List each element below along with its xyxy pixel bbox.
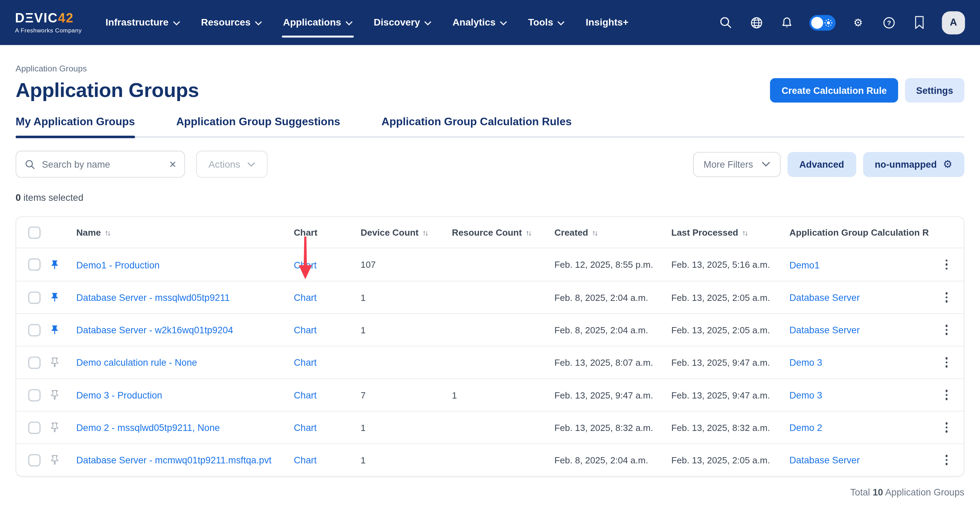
pin-toggle[interactable] [44, 422, 65, 433]
row-menu-button[interactable] [929, 260, 964, 270]
last-processed-date: Feb. 13, 2025, 2:05 a.m. [671, 325, 790, 335]
last-processed-date: Feb. 13, 2025, 9:47 a.m. [671, 357, 790, 368]
sort-icon[interactable]: ↑↓ [592, 228, 597, 237]
row-menu-button[interactable] [929, 357, 964, 368]
group-name-link[interactable]: Database Server - mssqlwd05tp9211 [76, 292, 230, 303]
device-count: 1 [361, 455, 452, 465]
chevron-down-icon [425, 21, 431, 25]
table-row: Demo calculation rule - None Chart Feb. … [16, 346, 964, 378]
row-checkbox[interactable] [28, 421, 41, 434]
group-name-link[interactable]: Demo 3 - Production [76, 390, 162, 400]
row-checkbox[interactable] [28, 356, 41, 368]
group-name-link[interactable]: Database Server - mcmwq01tp9211.msftqa.p… [76, 455, 271, 465]
globe-icon[interactable] [748, 14, 764, 31]
row-checkbox[interactable] [28, 454, 41, 466]
pin-toggle[interactable] [44, 259, 65, 270]
nav-item-tools[interactable]: Tools [528, 0, 564, 45]
chart-link[interactable]: Chart [294, 292, 317, 303]
calculation-rule-link[interactable]: Demo 3 [789, 390, 822, 400]
theme-toggle[interactable] [809, 15, 835, 30]
chart-link[interactable]: Chart [294, 455, 317, 465]
saved-filter-button[interactable]: no-unmapped ⚙ [863, 152, 964, 177]
user-avatar[interactable]: A [942, 11, 965, 34]
calculation-rule-link[interactable]: Database Server [789, 292, 860, 303]
pin-toggle[interactable] [44, 292, 65, 303]
sort-icon[interactable]: ↑↓ [742, 228, 747, 237]
notifications-bell-icon[interactable] [779, 14, 795, 31]
table-row: Demo 3 - Production Chart 7 1 Feb. 13, 2… [16, 379, 964, 411]
row-menu-button[interactable] [929, 390, 964, 400]
pin-outline-icon [49, 390, 60, 400]
chart-link[interactable]: Chart [294, 422, 317, 433]
column-header-last-processed[interactable]: Last Processed ↑↓ [671, 227, 790, 237]
nav-item-analytics[interactable]: Analytics [452, 0, 507, 45]
device-count: 7 [361, 390, 452, 400]
row-checkbox[interactable] [28, 291, 41, 304]
top-navbar: DΞVIC42 A Freshworks Company Infrastruct… [0, 0, 980, 45]
column-header-device-count[interactable]: Device Count ↑↓ [361, 227, 452, 237]
right-filters: More Filters Advanced no-unmapped ⚙ [693, 152, 964, 177]
nav-item-infrastructure[interactable]: Infrastructure [105, 0, 180, 45]
filter-toolbar: × Actions More Filters Advanced no-unmap… [16, 151, 964, 178]
row-menu-button[interactable] [929, 325, 964, 335]
search-icon[interactable] [718, 14, 734, 31]
last-processed-date: Feb. 13, 2025, 2:05 a.m. [671, 455, 790, 465]
row-menu-button[interactable] [929, 292, 964, 303]
row-checkbox[interactable] [28, 258, 41, 271]
calculation-rule-link[interactable]: Demo 2 [789, 422, 822, 433]
pin-toggle[interactable] [44, 390, 65, 400]
main-menu: Infrastructure Resources Applications Di… [105, 0, 628, 45]
calculation-rule-link[interactable]: Database Server [789, 455, 860, 465]
column-header-name[interactable]: Name ↑↓ [65, 227, 294, 237]
chevron-down-icon [255, 21, 262, 25]
created-date: Feb. 13, 2025, 9:47 a.m. [554, 390, 671, 400]
tab-my-application-groups[interactable]: My Application Groups [16, 115, 135, 137]
device42-logo[interactable]: DΞVIC42 A Freshworks Company [15, 11, 82, 34]
chart-link[interactable]: Chart [294, 390, 317, 400]
column-header-resource-count[interactable]: Resource Count ↑↓ [452, 227, 554, 237]
pin-outline-icon [49, 422, 60, 433]
search-input[interactable] [42, 159, 163, 169]
table-row: Demo 2 - mssqlwd05tp9211, None Chart 1 F… [16, 411, 964, 443]
gear-icon[interactable]: ⚙ [850, 14, 866, 31]
select-all-checkbox[interactable] [28, 226, 41, 238]
pin-toggle[interactable] [44, 357, 65, 368]
more-filters-dropdown[interactable]: More Filters [693, 152, 781, 177]
sort-icon[interactable]: ↑↓ [105, 228, 110, 237]
clear-search-icon[interactable]: × [169, 158, 176, 170]
advanced-filter-button[interactable]: Advanced [788, 152, 856, 177]
tab-application-group-suggestions[interactable]: Application Group Suggestions [176, 115, 340, 137]
row-checkbox[interactable] [28, 323, 41, 336]
nav-item-discovery[interactable]: Discovery [374, 0, 431, 45]
chart-link[interactable]: Chart [294, 357, 317, 368]
row-menu-button[interactable] [929, 455, 964, 465]
actions-dropdown[interactable]: Actions [196, 151, 267, 178]
settings-button[interactable]: Settings [905, 78, 964, 103]
nav-item-insights[interactable]: Insights+ [586, 0, 628, 45]
group-name-link[interactable]: Database Server - w2k16wq01tp9204 [76, 325, 233, 335]
calculation-rule-link[interactable]: Database Server [789, 325, 860, 335]
calculation-rule-link[interactable]: Demo 3 [789, 357, 822, 368]
sort-icon[interactable]: ↑↓ [422, 228, 428, 237]
bookmark-icon[interactable] [912, 14, 928, 31]
calculation-rule-link[interactable]: Demo1 [789, 259, 820, 270]
device-count: 1 [361, 422, 452, 432]
pin-toggle[interactable] [44, 455, 65, 465]
tab-application-group-calculation-rules[interactable]: Application Group Calculation Rules [381, 115, 572, 137]
column-header-created[interactable]: Created ↑↓ [554, 227, 671, 237]
sort-icon[interactable]: ↑↓ [525, 228, 531, 237]
row-checkbox[interactable] [28, 389, 41, 401]
row-menu-button[interactable] [929, 422, 964, 433]
group-name-link[interactable]: Demo1 - Production [76, 259, 160, 270]
gear-icon: ⚙ [943, 159, 953, 169]
group-name-link[interactable]: Demo calculation rule - None [76, 357, 197, 368]
group-name-link[interactable]: Demo 2 - mssqlwd05tp9211, None [76, 422, 220, 433]
help-icon[interactable]: ? [881, 14, 897, 31]
chart-link[interactable]: Chart [294, 325, 317, 335]
create-calculation-rule-button[interactable]: Create Calculation Rule [770, 78, 898, 103]
nav-item-resources[interactable]: Resources [201, 0, 262, 45]
nav-item-applications[interactable]: Applications [283, 0, 352, 45]
tab-bar: My Application Groups Application Group … [16, 115, 964, 138]
pin-toggle[interactable] [44, 325, 65, 335]
breadcrumb[interactable]: Application Groups [16, 64, 964, 73]
